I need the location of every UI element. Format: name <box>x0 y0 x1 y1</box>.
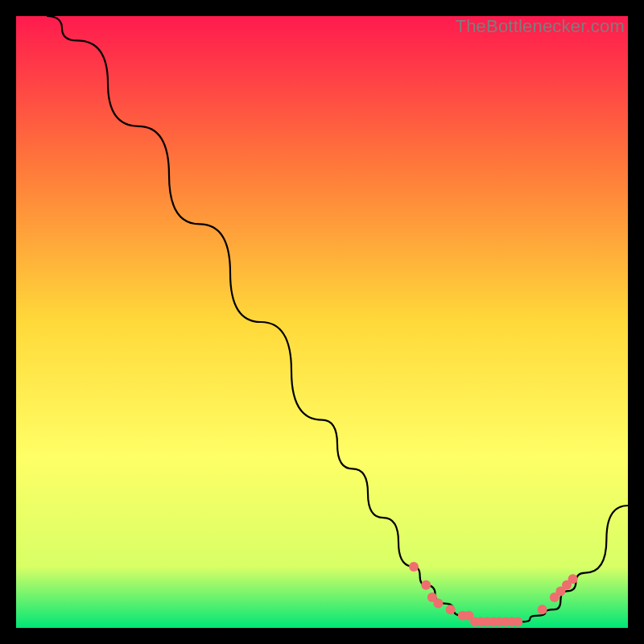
data-point <box>433 599 443 609</box>
chart-frame: TheBottlenecker.com <box>16 16 628 628</box>
data-point <box>409 562 419 572</box>
data-point <box>513 617 522 626</box>
plot-area <box>16 16 628 628</box>
gradient-background <box>16 16 628 628</box>
data-point <box>568 574 578 584</box>
data-point <box>538 605 547 614</box>
data-point <box>421 580 431 590</box>
attribution-text: TheBottlenecker.com <box>456 16 625 37</box>
data-point <box>446 605 456 614</box>
bottleneck-chart <box>16 16 628 628</box>
